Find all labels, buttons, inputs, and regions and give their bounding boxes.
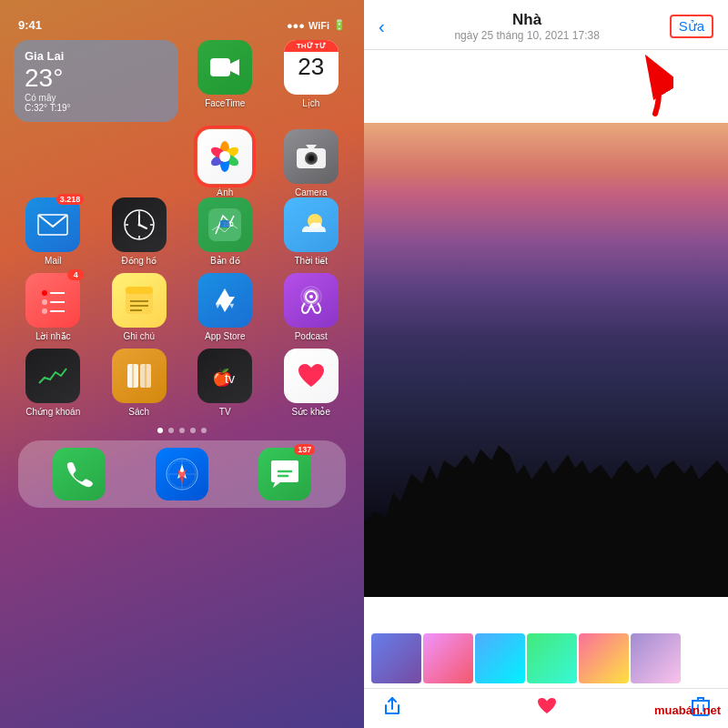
app-mail[interactable]: 3.218 Mail — [14, 197, 93, 266]
app-photos[interactable]: Ảnh — [186, 129, 265, 197]
app-clock[interactable]: Đồng hồ — [100, 197, 179, 266]
appletv-icon: 🍎 tv — [197, 349, 252, 403]
appstore-label: App Store — [205, 331, 245, 341]
facetime-icon — [197, 40, 252, 95]
svg-rect-26 — [220, 220, 229, 228]
photo-header: ‹ Nhà ngày 25 tháng 10, 2021 17:38 Sửa — [364, 0, 728, 50]
maps-label: Bản đồ — [210, 256, 240, 266]
messages-icon: 137 — [258, 448, 311, 500]
photo-date: ngày 25 tháng 10, 2021 17:38 — [385, 29, 670, 42]
album-title-block: Nhà ngày 25 tháng 10, 2021 17:38 — [385, 11, 670, 42]
calendar-icon: THỨ TƯ 23 — [284, 40, 339, 95]
dock-phone[interactable] — [53, 448, 106, 500]
appstore-icon — [197, 273, 252, 328]
app-calendar[interactable]: THỨ TƯ 23 Lịch — [272, 40, 351, 122]
weather-widget[interactable]: Gia Lai 23° Có mây C:32° T:19° — [14, 40, 178, 122]
signal-icon: ●●● — [287, 20, 305, 31]
appletv-label: TV — [219, 407, 231, 417]
app-podcast[interactable]: Podcast — [272, 273, 351, 341]
weather-range: C:32° T:19° — [25, 103, 167, 113]
notes-label: Ghi chú — [124, 331, 155, 341]
app-appletv[interactable]: 🍎 tv TV — [186, 349, 265, 417]
app-health[interactable]: Sức khỏe — [272, 349, 351, 417]
app-weather-icon[interactable]: Thời tiết — [272, 197, 351, 266]
podcast-label: Podcast — [295, 331, 328, 341]
watermark: muabán.net — [654, 703, 721, 717]
camera-icon — [284, 129, 339, 184]
reminders-badge: 4 — [67, 269, 84, 280]
edit-button[interactable]: Sửa — [670, 15, 713, 38]
stocks-label: Chứng khoán — [25, 407, 80, 417]
dot-4 — [190, 428, 196, 433]
photos-app: ‹ Nhà ngày 25 tháng 10, 2021 17:38 Sửa — [364, 0, 728, 728]
photo-info-area — [364, 50, 728, 123]
svg-point-28 — [42, 290, 47, 296]
reminders-icon: 4 — [25, 273, 80, 328]
notes-icon — [112, 273, 167, 328]
svg-point-32 — [42, 308, 47, 314]
svg-marker-10 — [306, 145, 317, 148]
page-indicator — [9, 420, 355, 440]
status-icons: ●●● WiFi 🔋 — [287, 19, 346, 31]
app-maps[interactable]: 280 Bản đồ — [186, 197, 265, 266]
svg-point-19 — [137, 224, 140, 227]
weather-app-icon — [284, 197, 339, 252]
thumbnail-4[interactable] — [527, 633, 577, 683]
dot-5 — [201, 428, 207, 433]
dot-1 — [157, 428, 163, 433]
battery-icon: 🔋 — [333, 19, 346, 31]
svg-point-30 — [42, 299, 47, 305]
app-appstore[interactable]: App Store — [186, 273, 265, 341]
health-icon — [284, 349, 339, 403]
svg-text:tv: tv — [225, 371, 235, 386]
clock-icon — [112, 197, 167, 252]
app-notes[interactable]: Ghi chú — [100, 273, 179, 341]
thumbnail-strip[interactable] — [364, 633, 728, 688]
app-books[interactable]: Sách — [100, 349, 179, 417]
weather-app-label: Thời tiết — [295, 256, 328, 266]
dock-safari[interactable] — [156, 448, 208, 500]
dot-3 — [179, 428, 185, 433]
svg-rect-0 — [210, 58, 230, 76]
photo-main[interactable] — [364, 123, 728, 597]
iphone-home-screen: 9:41 ●●● WiFi 🔋 Gia Lai 23° Có mây C:32°… — [0, 0, 364, 728]
thumbnail-6[interactable] — [631, 633, 681, 683]
wifi-icon: WiFi — [308, 20, 329, 31]
mail-label: Mail — [45, 256, 61, 266]
app-reminders[interactable]: 4 Lời nhắc — [14, 273, 93, 341]
back-button[interactable]: ‹ — [379, 16, 385, 37]
share-button[interactable] — [382, 696, 402, 721]
photo-image — [364, 123, 728, 597]
safari-icon — [156, 448, 208, 500]
calendar-date: 23 — [298, 54, 324, 80]
dock-messages[interactable]: 137 — [258, 448, 311, 500]
thumbnail-1[interactable] — [371, 633, 421, 683]
dot-2 — [168, 428, 174, 433]
thumbnail-5[interactable] — [579, 633, 629, 683]
weather-desc: Có mây — [25, 93, 167, 103]
maps-icon: 280 — [197, 197, 252, 252]
facetime-label: FaceTime — [205, 98, 245, 108]
app-camera[interactable]: Camera — [272, 129, 351, 197]
calendar-label: Lịch — [302, 98, 319, 108]
album-title: Nhà — [385, 11, 670, 29]
svg-point-8 — [219, 151, 230, 162]
messages-badge: 137 — [294, 444, 315, 455]
clock-label: Đồng hồ — [121, 256, 157, 266]
photo-below-area — [364, 597, 728, 633]
mail-icon: 3.218 — [25, 197, 80, 252]
app-stocks[interactable]: Chứng khoán — [14, 349, 93, 417]
phone-icon — [53, 448, 106, 500]
weather-temp: 23° — [25, 64, 167, 93]
reminders-label: Lời nhắc — [35, 331, 71, 341]
weather-location: Gia Lai — [25, 49, 167, 63]
photos-icon — [197, 129, 252, 184]
thumbnail-2[interactable] — [423, 633, 473, 683]
thumbnail-3[interactable] — [475, 633, 525, 683]
mail-badge: 3.218 — [56, 194, 85, 205]
photo-silhouette — [364, 408, 728, 597]
favorite-button[interactable] — [537, 697, 557, 720]
app-facetime[interactable]: FaceTime — [186, 40, 265, 122]
svg-marker-1 — [230, 59, 239, 76]
health-label: Sức khỏe — [291, 407, 330, 417]
